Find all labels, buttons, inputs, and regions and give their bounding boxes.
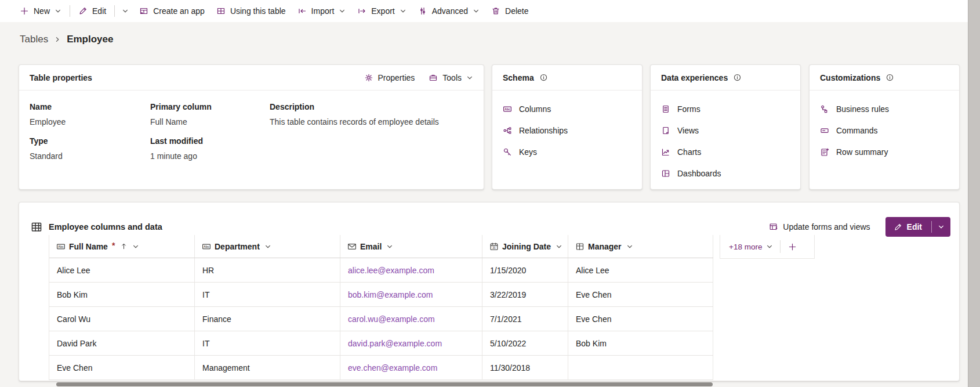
columns-item[interactable]: AbcColumns <box>503 98 631 120</box>
divider <box>931 221 932 233</box>
section-actions: Update forms and views Edit <box>769 217 950 237</box>
tools-button[interactable]: Tools <box>429 73 473 82</box>
cell-manager[interactable] <box>568 356 713 379</box>
card-title: Data experiences <box>661 73 728 82</box>
horizontal-scrollbar-thumb[interactable] <box>56 382 713 386</box>
import-arrow-icon <box>297 6 307 16</box>
relationships-item[interactable]: Relationships <box>503 120 631 141</box>
info-icon[interactable] <box>733 73 742 82</box>
views-item[interactable]: Views <box>661 120 790 141</box>
envelope-icon <box>347 242 357 251</box>
cell-email[interactable]: david.park@example.com <box>340 331 482 355</box>
charts-item[interactable]: Charts <box>661 141 790 162</box>
chevron-down-icon <box>466 74 473 81</box>
schema-items: AbcColumnsRelationshipsKeys <box>492 91 642 162</box>
property-description: Description This table contains records … <box>270 102 473 161</box>
email-link[interactable]: carol.wu@example.com <box>348 314 435 324</box>
keys-item[interactable]: Keys <box>503 141 631 162</box>
cell-department[interactable]: HR <box>195 258 340 282</box>
toolbar-new-button[interactable]: New <box>14 2 67 20</box>
cell-manager[interactable]: Bob Kim <box>568 331 713 355</box>
toolbar-create-an-app-button[interactable]: Create an app <box>133 2 210 20</box>
edit-table-button[interactable]: Edit <box>885 217 950 237</box>
column-header-joining-date[interactable]: 21Joining Date <box>482 235 568 258</box>
email-link[interactable]: eve.chen@example.com <box>348 363 437 372</box>
business-rules-item[interactable]: Business rules <box>820 98 949 120</box>
more-columns-button[interactable]: +18 more <box>729 243 773 251</box>
toolbar-export-button[interactable]: Export <box>351 2 412 20</box>
cell-joining-date[interactable]: 7/1/2021 <box>482 307 568 331</box>
cell-email[interactable]: carol.wu@example.com <box>340 307 482 331</box>
cell-manager[interactable]: Eve Chen <box>568 307 713 331</box>
customizations-card: Customizations Business rulesCommandsRow… <box>809 64 960 190</box>
table-data-section: Employee columns and data Update forms a… <box>19 202 960 381</box>
cell-full-name[interactable]: Bob Kim <box>49 283 195 306</box>
email-link[interactable]: alice.lee@example.com <box>348 266 434 275</box>
cell-department[interactable]: Finance <box>195 307 340 331</box>
toolbar-import-button[interactable]: Import <box>292 2 352 20</box>
email-link[interactable]: david.park@example.com <box>348 339 442 348</box>
svg-text:Abc: Abc <box>58 245 64 248</box>
card-header: Data experiences <box>651 65 800 91</box>
key-icon <box>503 147 512 157</box>
line-chart-icon <box>661 147 670 157</box>
employee-data-grid: AbcFull Name*AbcDepartmentEmail21Joining… <box>49 235 713 380</box>
cell-email[interactable]: bob.kim@example.com <box>340 283 482 306</box>
cell-joining-date[interactable]: 11/30/2018 <box>482 356 568 379</box>
briefcase-icon <box>429 73 438 82</box>
schema-card: Schema AbcColumnsRelationshipsKeys <box>492 64 643 190</box>
cell-department[interactable]: IT <box>195 331 340 355</box>
cell-email[interactable]: alice.lee@example.com <box>340 258 482 282</box>
table-header-row: AbcFull Name*AbcDepartmentEmail21Joining… <box>49 235 713 258</box>
row-summary-item[interactable]: Row summary <box>820 141 949 162</box>
dashboards-item[interactable]: Dashboards <box>661 162 790 184</box>
row-summary-icon <box>820 147 829 157</box>
divider <box>70 5 70 17</box>
cell-full-name[interactable]: Alice Lee <box>49 258 195 282</box>
column-header-department[interactable]: AbcDepartment <box>195 235 340 258</box>
toolbar-edit-button[interactable]: Edit <box>72 2 112 20</box>
table-properties-fields: Name Employee Primary column Full Name D… <box>19 91 484 171</box>
dashboard-grid-icon <box>661 169 670 178</box>
column-header-full-name[interactable]: AbcFull Name* <box>49 235 195 258</box>
table-row: Eve ChenManagementeve.chen@example.com11… <box>49 356 713 380</box>
cell-full-name[interactable]: Carol Wu <box>49 307 195 331</box>
cell-full-name[interactable]: David Park <box>49 331 195 355</box>
svg-text:21: 21 <box>492 246 496 249</box>
cell-manager[interactable]: Eve Chen <box>568 283 713 306</box>
cell-manager[interactable]: Alice Lee <box>568 258 713 282</box>
command-bar: NewEditCreate an appUsing this tableImpo… <box>0 0 968 22</box>
column-header-email[interactable]: Email <box>340 235 482 258</box>
add-column-button[interactable] <box>786 241 798 253</box>
cell-joining-date[interactable]: 3/22/2019 <box>482 283 568 306</box>
info-icon[interactable] <box>539 73 548 82</box>
cell-email[interactable]: eve.chen@example.com <box>340 356 482 379</box>
divider <box>780 240 781 253</box>
toolbar-edit-dropdown-button[interactable] <box>117 2 133 20</box>
properties-button[interactable]: Properties <box>364 73 415 82</box>
toolbar-advanced-button[interactable]: Advanced <box>412 2 485 20</box>
commands-item[interactable]: Commands <box>820 120 949 141</box>
toolbar-delete-button[interactable]: Delete <box>485 2 534 20</box>
cell-full-name[interactable]: Eve Chen <box>49 356 195 379</box>
column-header-manager[interactable]: Manager <box>568 235 713 258</box>
more-columns-bar: +18 more <box>720 235 815 259</box>
cell-department[interactable]: IT <box>195 283 340 306</box>
breadcrumb-tables-link[interactable]: Tables <box>20 34 48 45</box>
gear-icon <box>364 73 373 82</box>
vertical-scrollbar[interactable] <box>968 0 980 387</box>
toolbar-using-this-table-button[interactable]: Using this table <box>210 2 292 20</box>
cell-joining-date[interactable]: 1/15/2020 <box>482 258 568 282</box>
cell-joining-date[interactable]: 5/10/2022 <box>482 331 568 355</box>
info-icon[interactable] <box>885 73 894 82</box>
pencil-icon <box>78 6 88 16</box>
view-doc-icon <box>661 126 670 135</box>
cell-department[interactable]: Management <box>195 356 340 379</box>
update-forms-and-views-button[interactable]: Update forms and views <box>769 222 870 232</box>
table-row: Carol WuFinancecarol.wu@example.com7/1/2… <box>49 307 713 331</box>
form-doc-icon <box>661 104 670 114</box>
abc-box-icon: Abc <box>202 242 211 251</box>
email-link[interactable]: bob.kim@example.com <box>348 290 433 299</box>
breadcrumb: Tables Employee <box>20 34 113 45</box>
forms-item[interactable]: Forms <box>661 98 790 120</box>
